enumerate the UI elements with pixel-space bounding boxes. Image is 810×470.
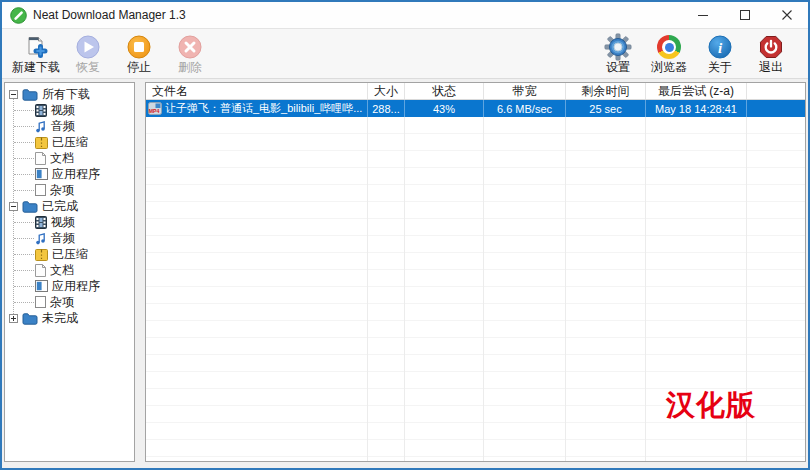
tree-item-label: 音频	[51, 230, 75, 246]
tree-item-label: 文档	[50, 150, 74, 166]
tree-item-label: 视频	[51, 102, 75, 118]
grid-column-line	[405, 100, 484, 461]
content-area: 所有下载视频音频已压缩文档应用程序杂项已完成视频音频已压缩文档应用程序杂项未完成…	[2, 80, 808, 468]
tree-item-category[interactable]: 音频	[5, 118, 134, 134]
misc-icon	[35, 184, 46, 196]
audio-icon	[35, 232, 47, 245]
toolbar-button-label: 新建下载	[12, 61, 60, 74]
toolbar-button-label: 停止	[127, 61, 151, 74]
tree-item-incomplete[interactable]: 未完成	[5, 310, 134, 326]
settings-icon	[604, 33, 632, 61]
tree-item-completed[interactable]: 已完成	[5, 198, 134, 214]
tree-item-label: 杂项	[50, 182, 74, 198]
tree-item-label: 应用程序	[52, 278, 100, 294]
column-header-bandwidth[interactable]: 带宽	[484, 83, 566, 99]
cell-status: 43%	[405, 100, 484, 117]
tree-item-all-downloads[interactable]: 所有下载	[5, 86, 134, 102]
audio-icon	[35, 120, 47, 133]
app-window: Neat Download Manager 1.3 新建下载恢复停止删除 设置浏…	[0, 0, 810, 470]
cell-time_left: 25 sec	[566, 100, 646, 117]
delete-icon	[176, 33, 204, 61]
toolbar-button-label: 浏览器	[651, 61, 687, 74]
toolbar-button-resume: 恢复	[65, 31, 111, 77]
tree-item-category[interactable]: 应用程序	[5, 166, 134, 182]
tree-item-label: 已完成	[42, 198, 78, 214]
tree-item-category[interactable]: 视频	[5, 102, 134, 118]
tree-item-label: 应用程序	[52, 166, 100, 182]
toolbar-button-label: 恢复	[76, 61, 100, 74]
toolbar-button-label: 删除	[178, 61, 202, 74]
column-header-filename[interactable]: 文件名	[146, 83, 368, 99]
tree-item-label: 文档	[50, 262, 74, 278]
app-logo-icon	[10, 7, 27, 24]
tree-item-label: 所有下载	[42, 86, 90, 102]
toolbar-button-browser[interactable]: 浏览器	[646, 31, 692, 77]
about-icon: i	[706, 33, 734, 61]
grid-column-line	[146, 100, 368, 461]
tree-item-label: 已压缩	[52, 246, 88, 262]
column-header-time_left[interactable]: 剩余时间	[566, 83, 646, 99]
tree-item-label: 视频	[51, 214, 75, 230]
svg-text:MP4: MP4	[149, 108, 160, 114]
doc-icon	[35, 264, 46, 277]
tree-item-category[interactable]: 已压缩	[5, 134, 134, 150]
resume-icon	[74, 33, 102, 61]
toolbar-button-settings[interactable]: 设置	[595, 31, 641, 77]
tree-item-category[interactable]: 已压缩	[5, 246, 134, 262]
column-header-size[interactable]: 大小	[368, 83, 405, 99]
download-row[interactable]: MP4让子弹飞：普通话_电影_bilibili_哔哩哔...288...43%6…	[146, 100, 805, 117]
zip-icon	[35, 248, 48, 261]
grid-column-line	[368, 100, 405, 461]
tree-item-category[interactable]: 视频	[5, 214, 134, 230]
stop-icon	[125, 33, 153, 61]
tree-item-label: 音频	[51, 118, 75, 134]
localization-watermark: 汉化版	[666, 386, 756, 426]
tree-item-category[interactable]: 文档	[5, 150, 134, 166]
download-tree: 所有下载视频音频已压缩文档应用程序杂项已完成视频音频已压缩文档应用程序杂项未完成	[5, 86, 134, 326]
folder-icon	[22, 312, 38, 325]
toolbar-left-group: 新建下载恢复停止删除	[12, 31, 213, 77]
toolbar-button-stop[interactable]: 停止	[116, 31, 162, 77]
toolbar-button-exit[interactable]: 退出	[748, 31, 794, 77]
collapse-minus-icon[interactable]	[9, 90, 18, 99]
title-bar: Neat Download Manager 1.3	[2, 2, 808, 29]
tree-item-label: 杂项	[50, 294, 74, 310]
misc-icon	[35, 296, 46, 308]
column-header-status[interactable]: 状态	[405, 83, 484, 99]
mp4-file-icon: MP4	[148, 102, 162, 115]
toolbar-button-delete: 删除	[167, 31, 213, 77]
window-title: Neat Download Manager 1.3	[33, 8, 682, 22]
cell-filename: MP4让子弹飞：普通话_电影_bilibili_哔哩哔...	[146, 100, 368, 117]
collapse-minus-icon[interactable]	[9, 202, 18, 211]
expand-plus-icon[interactable]	[9, 314, 18, 323]
toolbar-button-label: 关于	[708, 61, 732, 74]
exit-icon	[757, 33, 785, 61]
cell-bandwidth: 6.6 MB/sec	[484, 100, 566, 117]
tree-item-category[interactable]: 文档	[5, 262, 134, 278]
video-icon	[35, 104, 47, 117]
close-button[interactable]	[766, 2, 808, 28]
tree-item-label: 未完成	[42, 310, 78, 326]
cell-last_attempt: May 18 14:28:41	[646, 100, 747, 117]
table-header-row: 文件名大小状态带宽剩余时间最后尝试 (z-a)	[146, 83, 805, 100]
tree-item-label: 已压缩	[52, 134, 88, 150]
cell-size: 288...	[368, 100, 405, 117]
category-sidebar: 所有下载视频音频已压缩文档应用程序杂项已完成视频音频已压缩文档应用程序杂项未完成	[4, 82, 135, 462]
toolbar-button-about[interactable]: i关于	[697, 31, 743, 77]
grid-column-line	[566, 100, 646, 461]
video-icon	[35, 216, 47, 229]
zip-icon	[35, 136, 48, 149]
maximize-button[interactable]	[724, 2, 766, 28]
downloads-table: 文件名大小状态带宽剩余时间最后尝试 (z-a) MP4让子弹飞：普通话_电影_b…	[145, 82, 806, 462]
doc-icon	[35, 152, 46, 165]
filename-text: 让子弹飞：普通话_电影_bilibili_哔哩哔...	[165, 101, 362, 116]
toolbar-button-new-download[interactable]: 新建下载	[12, 31, 60, 77]
tree-item-category[interactable]: 音频	[5, 230, 134, 246]
minimize-button[interactable]	[682, 2, 724, 28]
app-icon	[35, 168, 48, 180]
toolbar-button-label: 设置	[606, 61, 630, 74]
tree-item-category[interactable]: 杂项	[5, 182, 134, 198]
column-header-last_attempt[interactable]: 最后尝试 (z-a)	[646, 83, 747, 99]
tree-item-category[interactable]: 杂项	[5, 294, 134, 310]
tree-item-category[interactable]: 应用程序	[5, 278, 134, 294]
